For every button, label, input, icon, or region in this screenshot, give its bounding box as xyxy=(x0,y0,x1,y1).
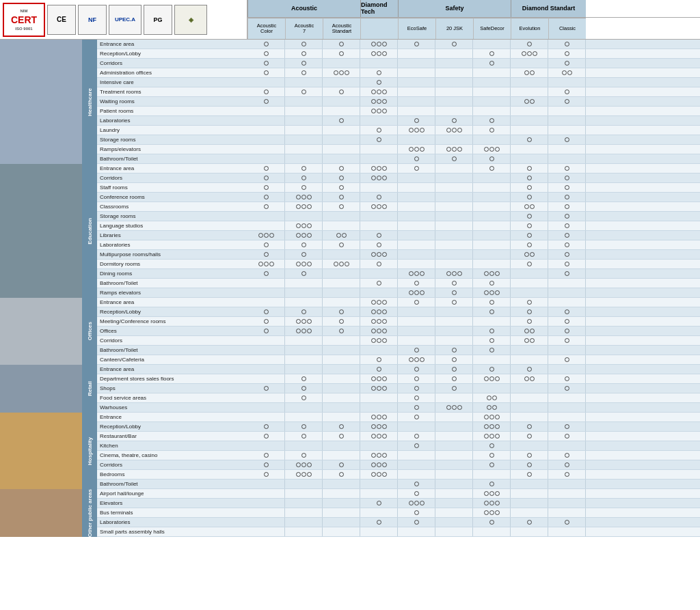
data-cell-ac xyxy=(247,346,285,355)
data-cell-cls xyxy=(548,384,586,393)
data-cell-sd xyxy=(473,317,511,326)
data-cell-dt xyxy=(360,59,398,68)
room-name: Entrance area xyxy=(97,164,247,174)
data-cell-ac xyxy=(247,250,285,259)
data-cell-jsk xyxy=(435,393,473,402)
data-row xyxy=(247,97,700,107)
data-cell-as xyxy=(323,327,360,335)
data-cell-dt xyxy=(360,126,398,135)
data-row xyxy=(247,460,700,470)
data-cell-as xyxy=(323,365,360,374)
data-row xyxy=(247,164,700,174)
data-row xyxy=(247,212,700,221)
data-cell-as xyxy=(323,174,360,182)
data-cell-dt xyxy=(360,336,398,345)
data-cell-evo xyxy=(511,231,548,240)
data-cell-sd xyxy=(473,470,511,479)
data-cell-ac xyxy=(247,441,285,450)
data-cell-jsk xyxy=(435,307,473,316)
data-cell-sd xyxy=(473,279,511,288)
data-row xyxy=(247,221,700,231)
data-cell-ac xyxy=(247,49,285,58)
retail-image xyxy=(0,365,82,413)
data-cell-eco xyxy=(398,327,435,335)
data-cell-sd xyxy=(473,126,511,135)
data-cell-as xyxy=(323,107,360,115)
data-cell-a7 xyxy=(285,279,323,288)
section-healthcare: HealthcareEntrance areaReception/LobbyCo… xyxy=(0,40,247,164)
data-cell-ac xyxy=(247,212,285,221)
data-cell-eco xyxy=(398,269,435,278)
data-cell-eco xyxy=(398,107,435,115)
data-cell-jsk xyxy=(435,432,473,441)
data-row xyxy=(247,107,700,116)
data-cell-cls xyxy=(548,87,586,96)
room-name: Bathroom/Toilet xyxy=(97,279,247,288)
room-name: Multipurpose rooms/halls xyxy=(97,250,247,260)
data-cell-as xyxy=(323,355,360,364)
data-cell-as xyxy=(323,432,360,441)
data-cell-eco xyxy=(398,279,435,288)
data-cell-cls xyxy=(548,441,586,450)
data-cell-a7 xyxy=(285,355,323,364)
room-name: Storage rooms xyxy=(97,135,247,145)
data-cell-evo xyxy=(511,279,548,288)
data-cell-dt xyxy=(360,432,398,441)
data-cell-cls xyxy=(548,480,586,488)
data-cell-sd xyxy=(473,480,511,488)
data-cell-a7 xyxy=(285,183,323,192)
other-image xyxy=(0,489,82,537)
data-cell-evo xyxy=(511,365,548,374)
data-cell-a7 xyxy=(285,422,323,431)
data-cell-ac xyxy=(247,518,285,527)
data-cell-as xyxy=(323,260,360,268)
data-cell-dt xyxy=(360,489,398,498)
data-cell-sd xyxy=(473,489,511,498)
data-cell-evo xyxy=(511,135,548,144)
data-cell-evo xyxy=(511,298,548,307)
room-name: Food service areas xyxy=(97,393,247,403)
data-cell-as xyxy=(323,317,360,326)
data-cell-a7 xyxy=(285,365,323,374)
data-cell-ac xyxy=(247,126,285,135)
data-row xyxy=(247,59,700,68)
data-cell-eco xyxy=(398,154,435,163)
data-cell-cls xyxy=(548,126,586,135)
data-cell-evo xyxy=(511,78,548,87)
room-name: Treatment rooms xyxy=(97,87,247,97)
data-cell-dt xyxy=(360,327,398,335)
data-cell-dt xyxy=(360,250,398,259)
data-cell-sd xyxy=(473,174,511,182)
data-cell-ac xyxy=(247,422,285,431)
data-cell-sd xyxy=(473,384,511,393)
subheader-safedecor: SafeDecor xyxy=(473,18,511,39)
data-cell-evo xyxy=(511,260,548,268)
data-cell-jsk xyxy=(435,154,473,163)
pg-logo: PG xyxy=(144,5,172,35)
data-cell-jsk xyxy=(435,499,473,508)
data-cell-dt xyxy=(360,288,398,297)
data-cell-a7 xyxy=(285,231,323,240)
section-hospitality: HospitalityEntranceReception/LobbyRestau… xyxy=(0,413,247,489)
data-cell-cls xyxy=(548,336,586,345)
data-cell-evo xyxy=(511,154,548,163)
data-cell-a7 xyxy=(285,518,323,527)
data-cell-a7 xyxy=(285,126,323,135)
data-cell-eco xyxy=(398,78,435,87)
room-name: Dining rooms xyxy=(97,269,247,279)
data-cell-eco xyxy=(398,527,435,536)
offices-image xyxy=(0,298,82,365)
data-cell-as xyxy=(323,154,360,163)
data-cell-as xyxy=(323,145,360,154)
data-cell-a7 xyxy=(285,441,323,450)
data-cell-as xyxy=(323,470,360,479)
data-cell-ac xyxy=(247,432,285,441)
offices-label: Offices xyxy=(82,298,97,365)
room-name: Warhouses xyxy=(97,403,247,413)
data-cell-a7 xyxy=(285,78,323,87)
data-cell-ac xyxy=(247,183,285,192)
data-cell-evo xyxy=(511,489,548,498)
data-cell-a7 xyxy=(285,317,323,326)
room-name: Storage rooms xyxy=(97,212,247,221)
data-cell-a7 xyxy=(285,327,323,335)
